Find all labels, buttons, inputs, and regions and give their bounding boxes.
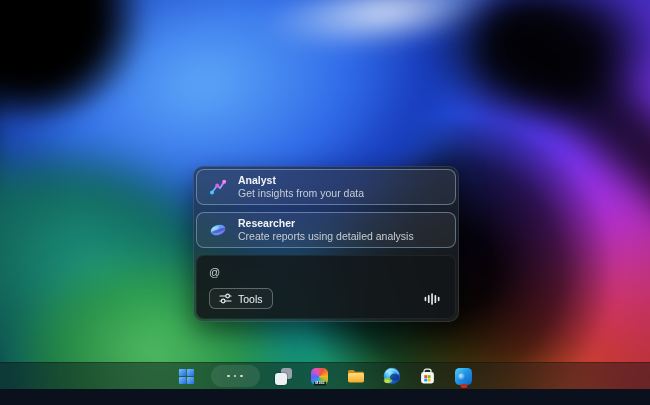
ellipsis-pill-icon	[211, 365, 260, 387]
outlook-button[interactable]	[452, 364, 476, 388]
bottom-strip	[0, 389, 650, 405]
file-explorer-icon	[347, 368, 365, 384]
outlook-icon	[455, 368, 472, 385]
m365-copilot-icon: M365	[311, 368, 328, 385]
agent-card-researcher[interactable]: Researcher Create reports using detailed…	[196, 212, 456, 248]
start-button[interactable]	[175, 364, 199, 388]
wallpaper-dark-corner-layer	[0, 0, 150, 120]
wallpaper-dark-corner-layer	[430, 0, 650, 130]
taskbar: M365	[0, 362, 650, 389]
file-explorer-button[interactable]	[344, 364, 368, 388]
composer-text: @	[209, 266, 443, 278]
wallpaper-dark-diagonal-layer	[476, 0, 650, 261]
m365-copilot-button[interactable]: M365	[308, 364, 332, 388]
notification-badge	[460, 384, 467, 388]
sliders-icon	[219, 292, 232, 305]
ellipsis-dot	[227, 375, 230, 378]
composer-toolbar: Tools	[209, 288, 443, 309]
agent-title: Researcher	[238, 217, 414, 230]
wallpaper-white-streak-layer	[262, 0, 508, 60]
task-view-button[interactable]	[272, 364, 296, 388]
start-icon	[178, 368, 195, 385]
tools-button-label: Tools	[238, 293, 263, 305]
microsoft-store-icon	[419, 368, 436, 385]
copilot-agents-popup: Analyst Get insights from your data Rese…	[193, 166, 459, 322]
desktop-screen: Analyst Get insights from your data Rese…	[0, 0, 650, 405]
planet-icon	[209, 221, 227, 239]
agent-description: Create reports using detailed analysis	[238, 230, 414, 243]
agent-description: Get insights from your data	[238, 187, 364, 200]
m365-badge: M365	[314, 381, 326, 385]
task-view-icon	[275, 368, 292, 385]
ellipsis-dot	[240, 375, 243, 378]
agent-title: Analyst	[238, 174, 364, 187]
waveform-icon	[424, 292, 440, 306]
copilot-composer-input[interactable]: @ Tools	[196, 255, 456, 319]
edge-icon	[383, 367, 401, 385]
outlook-ring	[458, 373, 467, 382]
tools-button[interactable]: Tools	[209, 288, 273, 309]
voice-input-button[interactable]	[424, 292, 440, 306]
ellipsis-dot	[234, 375, 237, 378]
edge-button[interactable]	[380, 364, 404, 388]
trend-line-icon	[209, 178, 227, 196]
taskbar-search-pill[interactable]	[211, 364, 260, 388]
microsoft-store-button[interactable]	[416, 364, 440, 388]
task-view-front-square	[275, 373, 287, 385]
agent-card-analyst[interactable]: Analyst Get insights from your data	[196, 169, 456, 205]
